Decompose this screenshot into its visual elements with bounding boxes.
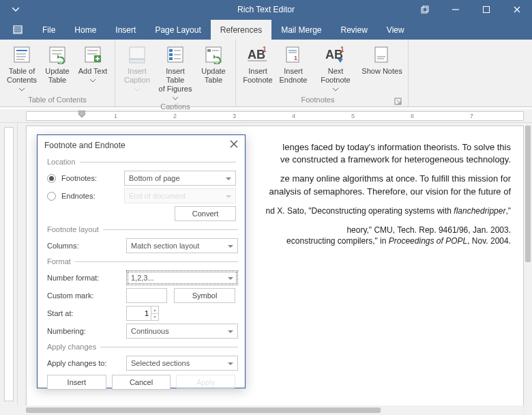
custom-mark-input[interactable] bbox=[126, 288, 167, 303]
svg-rect-34 bbox=[207, 49, 211, 52]
restore-window-button[interactable] bbox=[409, 0, 440, 19]
svg-text:1: 1 bbox=[294, 55, 297, 61]
tab-home[interactable]: Home bbox=[65, 20, 106, 40]
svg-rect-31 bbox=[169, 57, 173, 60]
tab-mail-merge[interactable]: Mail Merge bbox=[271, 20, 331, 40]
footnotes-radio[interactable] bbox=[47, 174, 56, 183]
spin-down[interactable]: ▼ bbox=[151, 314, 158, 321]
format-legend: Format bbox=[47, 257, 75, 266]
svg-rect-3 bbox=[483, 7, 489, 13]
svg-rect-24 bbox=[130, 47, 145, 59]
close-icon[interactable] bbox=[230, 140, 238, 150]
show-notes-icon bbox=[371, 44, 393, 66]
footnotes-dialog-launcher[interactable] bbox=[394, 96, 402, 104]
horizontal-ruler[interactable]: 1 2 3 4 5 6 7 bbox=[0, 109, 532, 123]
svg-text:1: 1 bbox=[263, 46, 267, 53]
insert-endnote-button[interactable]: 1 InsertEndnote bbox=[277, 42, 310, 94]
dialog-title: Footnote and Endnote bbox=[44, 141, 125, 150]
svg-rect-10 bbox=[14, 47, 29, 62]
endnotes-location-select: End of document bbox=[124, 188, 236, 203]
endnote-icon: 1 bbox=[282, 44, 304, 66]
tab-references[interactable]: References bbox=[211, 20, 271, 40]
tab-page-layout[interactable]: Page Layout bbox=[145, 20, 210, 40]
layout-legend: Footnote layout bbox=[47, 225, 103, 233]
table-of-contents-button[interactable]: Table ofContents bbox=[5, 42, 38, 94]
vertical-scrollbar[interactable] bbox=[524, 123, 532, 405]
insert-button[interactable]: Insert bbox=[47, 375, 106, 390]
app-menu-dropdown[interactable] bbox=[4, 0, 27, 19]
ribbon-group-title: Footnotes bbox=[241, 96, 394, 105]
tab-file[interactable]: File bbox=[33, 20, 65, 40]
apply-to-select[interactable]: Selected sections bbox=[126, 356, 238, 371]
ribbon-tabs: File Home Insert Page Layout References … bbox=[0, 19, 532, 40]
cancel-button[interactable]: Cancel bbox=[112, 375, 171, 390]
footnotes-location-select[interactable]: Bottom of page bbox=[124, 171, 236, 186]
update-tof-button[interactable]: UpdateTable bbox=[197, 42, 230, 102]
number-format-select[interactable]: 1,2,3... bbox=[126, 270, 238, 285]
update-table-icon bbox=[46, 44, 68, 66]
svg-rect-0 bbox=[422, 8, 427, 13]
tab-view[interactable]: View bbox=[377, 20, 414, 40]
numbering-select[interactable]: Continuous bbox=[126, 324, 238, 339]
tof-icon bbox=[164, 44, 186, 66]
toc-icon bbox=[11, 44, 33, 66]
symbol-button[interactable]: Symbol bbox=[174, 288, 235, 303]
apply-legend: Apply changes bbox=[47, 343, 100, 351]
spin-up[interactable]: ▲ bbox=[151, 306, 158, 314]
location-legend: Location bbox=[47, 158, 80, 166]
columns-select[interactable]: Match section layout bbox=[126, 238, 238, 253]
show-notes-button[interactable]: Show Notes bbox=[361, 42, 402, 94]
add-text-button[interactable]: Add Text bbox=[76, 42, 109, 94]
insert-table-of-figures-button[interactable]: Insert Tableof Figures bbox=[156, 42, 194, 102]
svg-rect-1 bbox=[423, 6, 428, 12]
ribbon: Table ofContents UpdateTable Add Text Ta… bbox=[0, 40, 532, 107]
update-table-button[interactable]: UpdateTable bbox=[41, 42, 74, 94]
vertical-ruler[interactable] bbox=[0, 123, 18, 405]
ribbon-group-footnotes: AB1 InsertFootnote 1 InsertEndnote AB1 N… bbox=[236, 40, 409, 106]
tab-insert[interactable]: Insert bbox=[106, 20, 145, 40]
apply-button: Apply bbox=[176, 375, 235, 390]
ribbon-group-toc: Table ofContents UpdateTable Add Text Ta… bbox=[0, 40, 115, 106]
minimize-window-button[interactable] bbox=[440, 0, 471, 19]
endnotes-radio[interactable] bbox=[47, 192, 56, 201]
tab-review[interactable]: Review bbox=[331, 20, 377, 40]
svg-rect-29 bbox=[169, 53, 173, 56]
close-window-button[interactable] bbox=[501, 0, 532, 19]
svg-text:1: 1 bbox=[340, 46, 344, 53]
svg-rect-27 bbox=[169, 49, 173, 52]
insert-footnote-button[interactable]: AB1 InsertFootnote bbox=[241, 42, 274, 94]
svg-rect-25 bbox=[130, 59, 145, 63]
home-icon[interactable] bbox=[3, 19, 33, 40]
next-footnote-icon: AB1 bbox=[325, 44, 346, 66]
footnote-icon: AB1 bbox=[247, 44, 269, 66]
caption-icon bbox=[126, 44, 148, 66]
maximize-window-button[interactable] bbox=[471, 0, 501, 19]
convert-button[interactable]: Convert bbox=[175, 206, 236, 221]
ribbon-group-captions: InsertCaption Insert Tableof Figures Upd… bbox=[115, 40, 236, 106]
svg-rect-45 bbox=[375, 47, 387, 62]
next-footnote-button[interactable]: AB1 Next Footnote bbox=[312, 42, 359, 94]
footnote-endnote-dialog: Footnote and Endnote Location Footnotes:… bbox=[37, 134, 246, 388]
app-title: Rich Text Editor bbox=[237, 5, 295, 14]
horizontal-scrollbar[interactable] bbox=[0, 405, 524, 415]
insert-caption-button: InsertCaption bbox=[121, 42, 153, 102]
update-tof-icon bbox=[203, 44, 224, 66]
titlebar: Rich Text Editor bbox=[0, 0, 532, 19]
ribbon-group-title: Table of Contents bbox=[5, 96, 109, 105]
add-text-icon bbox=[82, 44, 104, 66]
